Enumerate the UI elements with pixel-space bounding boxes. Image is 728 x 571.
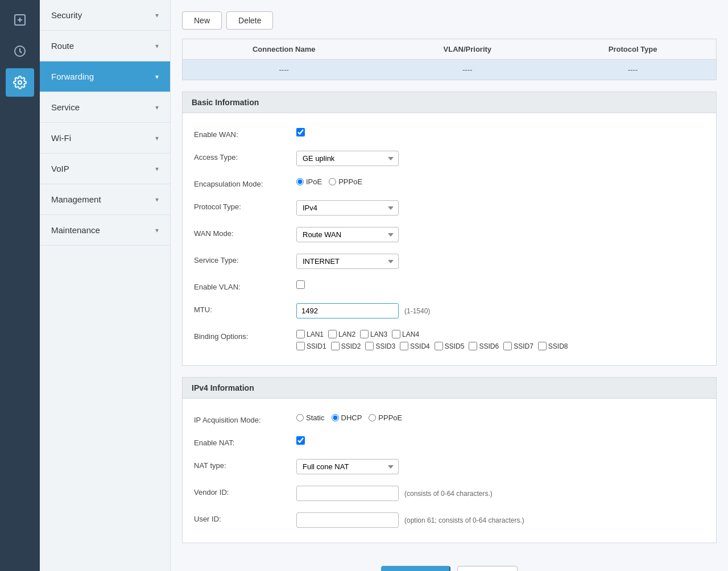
pppoe-ipmode-radio[interactable]	[369, 414, 376, 421]
binding-control: LAN1 LAN2 LAN3 LAN4 SSID1 SSID2 SSID3 SS…	[296, 330, 705, 350]
lan4-label[interactable]: LAN4	[392, 330, 419, 338]
mtu-input[interactable]: 1492	[296, 303, 399, 318]
ssid8-label[interactable]: SSID8	[538, 342, 568, 350]
ssid4-checkbox[interactable]	[400, 342, 408, 350]
enable-wan-row: Enable WAN:	[183, 122, 716, 145]
ipoe-radio-label[interactable]: IPoE	[296, 177, 322, 186]
nav-item-voip[interactable]: VoIP ▾	[40, 154, 170, 184]
lan3-label[interactable]: LAN3	[360, 330, 387, 338]
cell-vlan: ----	[385, 60, 549, 80]
apply-button[interactable]: Apply	[381, 566, 450, 571]
service-type-label: Service Type:	[194, 254, 296, 264]
access-type-select[interactable]: GE uplink ADSL VDSL LTE	[296, 151, 399, 166]
service-type-row: Service Type: INTERNET TR069 VOIP OTHER	[183, 248, 716, 275]
ssid7-label[interactable]: SSID7	[503, 342, 533, 350]
binding-options: LAN1 LAN2 LAN3 LAN4 SSID1 SSID2 SSID3 SS…	[296, 330, 568, 350]
chevron-down-icon: ▾	[155, 73, 159, 81]
user-id-hint: (option 61; consists of 0-64 characters.…	[404, 516, 524, 524]
ssid6-label[interactable]: SSID6	[469, 342, 499, 350]
chevron-down-icon: ▾	[155, 165, 159, 173]
gear-nav-icon[interactable]	[6, 68, 34, 97]
pppoe-ipmode-radio-label[interactable]: PPPoE	[369, 413, 402, 422]
service-type-select[interactable]: INTERNET TR069 VOIP OTHER	[296, 254, 399, 269]
enable-wan-checkbox[interactable]	[296, 128, 305, 136]
binding-row-lan: LAN1 LAN2 LAN3 LAN4	[296, 330, 568, 338]
enable-nat-checkbox[interactable]	[296, 436, 305, 445]
ipoe-radio[interactable]	[296, 178, 304, 185]
ssid6-checkbox[interactable]	[469, 342, 477, 350]
nav-item-service[interactable]: Service ▾	[40, 92, 170, 123]
dhcp-radio-label[interactable]: DHCP	[332, 413, 362, 422]
nav-menu: Security ▾ Route ▾ Forwarding ▾ Service …	[40, 0, 171, 571]
table-row[interactable]: ---- ---- ----	[183, 60, 717, 80]
chevron-down-icon: ▾	[155, 104, 159, 111]
encapsulation-label: Encapsulation Mode:	[194, 177, 296, 188]
ip-mode-control: Static DHCP PPPoE	[296, 413, 705, 422]
col-protocol-type: Protocol Type	[549, 39, 716, 60]
user-id-input[interactable]	[296, 512, 399, 528]
clock-nav-icon[interactable]	[6, 37, 34, 65]
static-radio-label[interactable]: Static	[296, 413, 325, 422]
protocol-type-row: Protocol Type: IPv4 IPv6 IPv4/IPv6	[183, 195, 716, 221]
enable-nat-control	[296, 436, 705, 445]
access-type-control: GE uplink ADSL VDSL LTE	[296, 151, 705, 166]
lan2-label[interactable]: LAN2	[328, 330, 355, 338]
enable-vlan-checkbox[interactable]	[296, 280, 305, 289]
pppoe-radio[interactable]	[329, 178, 336, 185]
basic-info-section: Enable WAN: Access Type: GE uplink ADSL …	[182, 113, 717, 366]
add-nav-icon[interactable]	[6, 6, 34, 34]
static-radio[interactable]	[296, 414, 304, 421]
ssid7-checkbox[interactable]	[503, 342, 512, 350]
service-type-control: INTERNET TR069 VOIP OTHER	[296, 254, 705, 269]
ssid3-checkbox[interactable]	[365, 342, 374, 350]
nat-type-control: Full cone NAT Restricted cone NAT Port r…	[296, 459, 705, 474]
nav-item-maintenance[interactable]: Maintenance ▾	[40, 215, 170, 246]
ssid2-label[interactable]: SSID2	[331, 342, 361, 350]
wan-mode-select[interactable]: Route WAN Bridge WAN	[296, 227, 399, 242]
enable-wan-control	[296, 128, 705, 136]
nav-item-forwarding[interactable]: Forwarding ▾	[40, 61, 170, 92]
protocol-type-label: Protocol Type:	[194, 200, 296, 211]
enable-wan-label: Enable WAN:	[194, 128, 296, 139]
wan-mode-row: WAN Mode: Route WAN Bridge WAN	[183, 221, 716, 248]
nav-item-wifi[interactable]: Wi-Fi ▾	[40, 123, 170, 154]
enable-vlan-label: Enable VLAN:	[194, 280, 296, 291]
encapsulation-row: Encapsulation Mode: IPoE PPPoE	[183, 172, 716, 195]
new-button[interactable]: New	[182, 11, 222, 30]
enable-vlan-row: Enable VLAN:	[183, 275, 716, 297]
protocol-type-select[interactable]: IPv4 IPv6 IPv4/IPv6	[296, 200, 399, 216]
ssid1-checkbox[interactable]	[296, 342, 305, 350]
nat-type-select[interactable]: Full cone NAT Restricted cone NAT Port r…	[296, 459, 399, 474]
ssid4-label[interactable]: SSID4	[400, 342, 430, 350]
enable-vlan-control	[296, 280, 705, 289]
wan-mode-label: WAN Mode:	[194, 227, 296, 238]
binding-row-ssid: SSID1 SSID2 SSID3 SSID4 SSID5 SSID6 SSID…	[296, 342, 568, 350]
ssid2-checkbox[interactable]	[331, 342, 340, 350]
lan3-checkbox[interactable]	[360, 330, 369, 338]
nav-item-management[interactable]: Management ▾	[40, 184, 170, 215]
dhcp-radio[interactable]	[332, 414, 339, 421]
nav-item-security[interactable]: Security ▾	[40, 0, 170, 31]
cancel-button[interactable]: Cancel	[457, 566, 518, 571]
col-connection-name: Connection Name	[183, 39, 386, 60]
lan1-checkbox[interactable]	[296, 330, 305, 338]
nav-item-route[interactable]: Route ▾	[40, 31, 170, 61]
lan2-checkbox[interactable]	[328, 330, 337, 338]
svg-point-4	[18, 81, 22, 84]
ssid5-label[interactable]: SSID5	[435, 342, 465, 350]
ssid1-label[interactable]: SSID1	[296, 342, 326, 350]
ssid3-label[interactable]: SSID3	[365, 342, 395, 350]
access-type-label: Access Type:	[194, 151, 296, 162]
pppoe-radio-label[interactable]: PPPoE	[329, 177, 362, 186]
ssid8-checkbox[interactable]	[538, 342, 547, 350]
vendor-id-label: Vendor ID:	[194, 486, 296, 496]
lan4-checkbox[interactable]	[392, 330, 400, 338]
ssid5-checkbox[interactable]	[435, 342, 443, 350]
binding-row: Binding Options: LAN1 LAN2 LAN3 LAN4 SSI…	[183, 324, 716, 356]
col-vlan-priority: VLAN/Priority	[385, 39, 549, 60]
delete-button[interactable]: Delete	[226, 11, 273, 30]
lan1-label[interactable]: LAN1	[296, 330, 324, 338]
binding-label: Binding Options:	[194, 330, 296, 341]
ipv4-info-header: IPv4 Information	[182, 377, 717, 398]
vendor-id-input[interactable]	[296, 486, 399, 501]
